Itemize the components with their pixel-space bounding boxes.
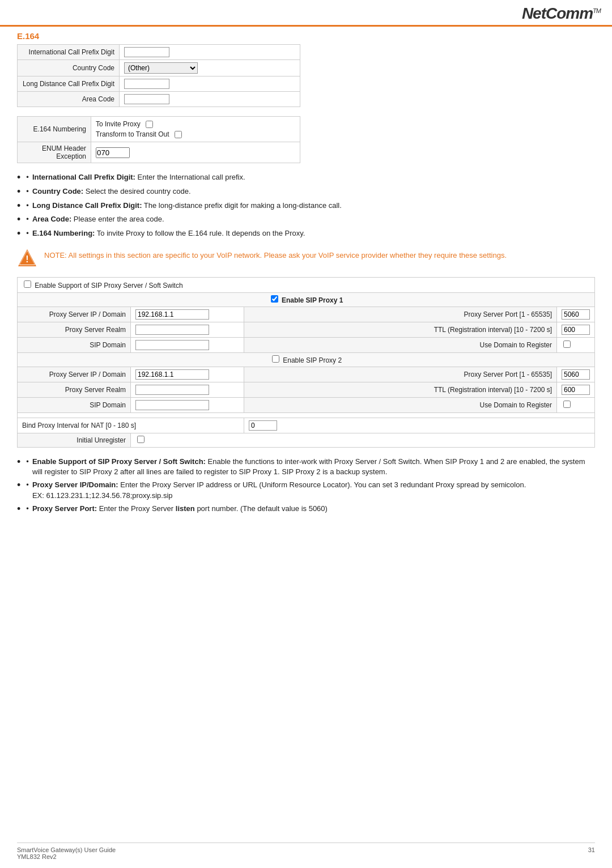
proxy1-realm-cell: [131, 322, 244, 337]
proxy2-ip-row: Proxy Server IP / Domain Proxy Server Po…: [18, 367, 595, 382]
bullet-extra: EX: 61.123.231.1;12.34.56.78;proxy.sip.s…: [32, 491, 173, 500]
sip-top-row: Enable Support of SIP Proxy Server / Sof…: [18, 277, 595, 292]
proxy2-realm-label: Proxy Server Realm: [18, 382, 131, 397]
proxy2-realm-cell: [131, 382, 244, 397]
enum-header-exception-label: ENUM Header Exception: [18, 142, 91, 163]
country-code-cell: (Other): [120, 60, 300, 76]
long-dist-prefix-cell: [120, 76, 300, 92]
area-code-label: Area Code: [18, 92, 120, 107]
enable-proxy1-row: Enable SIP Proxy 1: [18, 292, 595, 307]
proxy1-ip-label: Proxy Server IP / Domain: [18, 307, 131, 322]
to-invite-proxy-checkbox[interactable]: [146, 121, 153, 128]
enable-proxy1-checkbox[interactable]: [271, 295, 278, 303]
proxy2-use-domain-label: Use Domain to Register: [244, 397, 557, 412]
list-item: • International Call Prefix Digit: Enter…: [17, 172, 595, 184]
proxy1-ip-input[interactable]: [135, 309, 209, 320]
proxy2-ip-input[interactable]: [135, 369, 209, 380]
proxy2-ttl-label: TTL (Registration interval) [10 - 7200 s…: [244, 382, 557, 397]
table-row: ENUM Header Exception: [18, 142, 300, 163]
footer-revision: YML832 Rev2: [17, 853, 116, 860]
proxy2-port-label: Proxy Server Port [1 - 65535]: [244, 367, 557, 382]
bullet-text: Enter the Proxy Server: [99, 504, 176, 513]
table-row: Long Distance Call Prefix Digit: [18, 76, 300, 92]
list-item: • Country Code: Select the desired count…: [17, 186, 595, 198]
country-code-select[interactable]: (Other): [124, 62, 198, 74]
bullet-bold: Country Code:: [32, 187, 83, 195]
proxy2-ttl-cell: [557, 382, 595, 397]
proxy1-ip-cell: [131, 307, 244, 322]
bullet-bold: International Call Prefix Digit:: [32, 173, 135, 181]
enum-header-exception-input-cell: [91, 142, 300, 163]
to-invite-proxy-cell: To Invite Proxy Transform to Transit Out: [91, 117, 300, 142]
section-title: E.164: [0, 27, 612, 44]
proxy2-port-input[interactable]: [562, 369, 590, 380]
transform-to-transit-checkbox[interactable]: [175, 131, 182, 138]
list-item: • E.164 Numbering: To invite Proxy to fo…: [17, 228, 595, 240]
proxy1-port-label: Proxy Server Port [1 - 65535]: [244, 307, 557, 322]
bind-proxy-input[interactable]: [249, 420, 277, 431]
proxy2-realm-row: Proxy Server Realm TTL (Registration int…: [18, 382, 595, 397]
proxy2-domain-input[interactable]: [135, 400, 209, 410]
note-text: NOTE: All settings in this section are s…: [44, 248, 507, 261]
logo: NetCommTM: [522, 5, 601, 23]
bullet-text: Enter the Proxy Server IP address or URL…: [120, 480, 526, 489]
proxy2-use-domain-checkbox[interactable]: [563, 401, 571, 408]
sip-proxy-table: Enable Support of SIP Proxy Server / Sof…: [17, 277, 595, 448]
numbering-table: E.164 Numbering To Invite Proxy Transfor…: [17, 116, 300, 163]
proxy1-use-domain-cell: [557, 337, 595, 352]
bind-proxy-label: Bind Proxy Interval for NAT [0 - 180 s]: [18, 418, 244, 433]
proxy1-domain-input[interactable]: [135, 340, 209, 350]
proxy2-ip-cell: [131, 367, 244, 382]
footer-left: SmartVoice Gateway(s) User Guide YML832 …: [17, 846, 116, 860]
bullet-bold: Proxy Server IP/Domain:: [32, 480, 118, 489]
proxy2-ttl-input[interactable]: [562, 385, 590, 395]
proxy1-use-domain-label: Use Domain to Register: [244, 337, 557, 352]
proxy2-domain-row: SIP Domain Use Domain to Register: [18, 397, 595, 412]
long-dist-prefix-label: Long Distance Call Prefix Digit: [18, 76, 120, 92]
bind-proxy-input-cell: [244, 418, 595, 433]
intl-prefix-label: International Call Prefix Digit: [18, 45, 120, 60]
initial-unreg-cell: [131, 433, 595, 447]
proxy1-port-input[interactable]: [562, 309, 590, 320]
svg-text:!: !: [26, 254, 28, 264]
proxy2-domain-label: SIP Domain: [18, 397, 131, 412]
list-item: • Proxy Server IP/Domain: Enter the Prox…: [17, 480, 595, 500]
enable-support-cell: Enable Support of SIP Proxy Server / Sof…: [18, 277, 595, 292]
proxy2-realm-input[interactable]: [135, 385, 209, 395]
bottom-bullet-list: • Enable Support of SIP Proxy Server / S…: [17, 457, 595, 515]
transform-to-transit-label: Transform to Transit Out: [96, 130, 169, 138]
proxy2-use-domain-cell: [557, 397, 595, 412]
enable-support-checkbox[interactable]: [24, 280, 31, 288]
e164-numbering-label: E.164 Numbering: [18, 117, 91, 142]
footer-page-number: 31: [588, 846, 595, 860]
enable-proxy2-checkbox[interactable]: [272, 355, 279, 363]
bullet-bold: Proxy Server Port:: [32, 504, 97, 513]
proxy1-use-domain-checkbox[interactable]: [563, 341, 571, 348]
note-box: ! NOTE: All settings in this section are…: [17, 248, 595, 268]
footer-guide-title: SmartVoice Gateway(s) User Guide: [17, 846, 116, 853]
enable-proxy2-label: Enable SIP Proxy 2: [283, 356, 342, 364]
proxy1-port-cell: [557, 307, 595, 322]
proxy1-ttl-input[interactable]: [562, 325, 590, 335]
bullet-text: To invite Proxy to follow the E.164 rule…: [95, 229, 305, 237]
long-dist-prefix-input[interactable]: [124, 79, 169, 89]
bullet-text: The long-distance prefix digit for makin…: [142, 201, 341, 210]
list-item: • Proxy Server Port: Enter the Proxy Ser…: [17, 504, 595, 515]
enable-proxy1-label: Enable SIP Proxy 1: [282, 296, 343, 304]
area-code-input[interactable]: [124, 94, 169, 104]
proxy1-domain-row: SIP Domain Use Domain to Register: [18, 337, 595, 352]
bullet-bold: Long Distance Call Prefix Digit:: [32, 201, 142, 210]
bullet-bold: Area Code:: [32, 215, 71, 223]
initial-unreg-checkbox[interactable]: [137, 436, 144, 443]
proxy1-realm-input[interactable]: [135, 325, 209, 335]
bullet-text: Select the desired country code.: [83, 187, 190, 195]
enable-proxy2-row: Enable SIP Proxy 2: [18, 352, 595, 367]
e164-form: International Call Prefix Digit Country …: [17, 44, 300, 107]
page-header: NetCommTM: [0, 0, 612, 27]
enum-header-exception-input[interactable]: [96, 147, 130, 158]
bullet-text: Enter the International call prefix.: [135, 173, 245, 181]
proxy1-ip-row: Proxy Server IP / Domain Proxy Server Po…: [18, 307, 595, 322]
intl-prefix-input[interactable]: [124, 47, 169, 57]
bullet-list: • International Call Prefix Digit: Enter…: [17, 172, 595, 240]
proxy1-domain-cell: [131, 337, 244, 352]
